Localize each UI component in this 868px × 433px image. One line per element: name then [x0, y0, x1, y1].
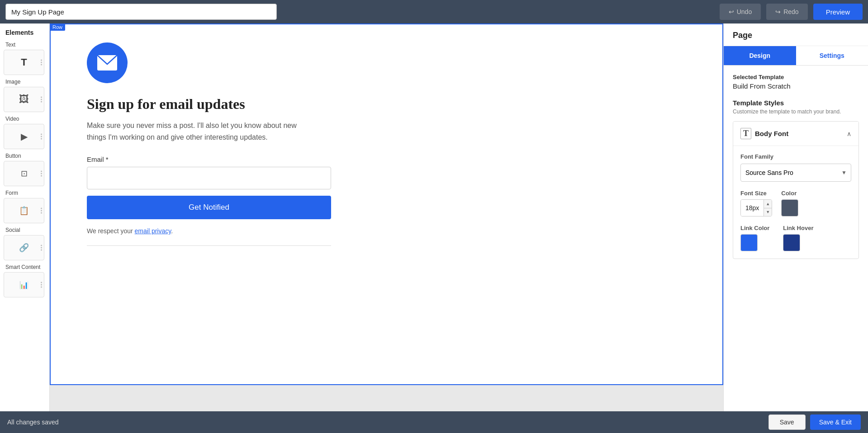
link-hover-label: Link Hover [783, 225, 813, 231]
get-notified-label: Get Notified [189, 203, 229, 212]
bottom-bar: All changes saved Save Save & Exit [0, 411, 868, 433]
image-icon: 🖼 [19, 94, 29, 105]
image-element-label: Image [4, 79, 20, 85]
text-icon-box: T [4, 50, 44, 75]
email-input[interactable] [87, 167, 331, 189]
redo-icon: ↪ [775, 8, 781, 15]
video-icon-box: ▶ [4, 124, 44, 149]
sidebar-item-smart-content[interactable]: Smart Content 📊 [4, 264, 46, 297]
preview-button[interactable]: Preview [813, 4, 863, 20]
top-bar: ↩ Undo ↪ Redo Preview [0, 0, 868, 24]
form-icon: 📋 [19, 206, 29, 216]
chevron-up-icon: ∧ [847, 130, 851, 137]
text-icon: T [21, 56, 27, 68]
link-color-label: Link Color [740, 225, 769, 231]
template-styles-section: Template Styles Customize the template t… [733, 99, 859, 259]
elements-title: Elements [4, 29, 46, 36]
link-color-col: Link Color [740, 225, 769, 251]
color-col: Color [781, 190, 798, 216]
right-panel: Page Design Settings Selected Template B… [723, 24, 868, 411]
email-icon [97, 55, 117, 71]
font-size-value: 18px [741, 200, 764, 216]
page-title-input[interactable] [5, 4, 277, 20]
form-icon-box: 📋 [4, 198, 44, 223]
redo-label: Redo [783, 8, 798, 15]
font-size-label: Font Size [740, 190, 772, 197]
canvas-scroll: Row Sign up for email updates [50, 24, 723, 411]
text-element-label: Text [4, 42, 15, 48]
page-heading: Sign up for email updates [87, 96, 245, 113]
font-family-select-wrapper: Source Sans Pro ▼ [740, 164, 851, 182]
social-element-label: Social [4, 227, 20, 233]
email-privacy-link[interactable]: email privacy [135, 227, 171, 235]
elements-sidebar: Elements Text T Image 🖼 Video ▶ [0, 24, 50, 411]
sidebar-item-image[interactable]: Image 🖼 [4, 79, 46, 112]
body-font-label: Body Font [755, 130, 788, 137]
page-description: Make sure you never miss a post. I'll al… [87, 120, 313, 143]
link-hover-swatch[interactable] [783, 234, 800, 251]
smart-content-icon-box: 📊 [4, 272, 44, 297]
button-element-label: Button [4, 153, 21, 159]
right-panel-header: Page [724, 24, 868, 46]
color-swatch[interactable] [781, 199, 798, 216]
font-size-arrows: ▲ ▼ [764, 200, 772, 216]
sidebar-item-text[interactable]: Text T [4, 42, 46, 75]
font-size-input[interactable]: 18px ▲ ▼ [740, 199, 772, 216]
undo-icon: ↩ [729, 8, 734, 15]
canvas-area: Row Sign up for email updates [50, 24, 723, 411]
form-element-label: Form [4, 190, 18, 196]
button-icon: ⊡ [21, 169, 28, 179]
template-styles-desc: Customize the template to match your bra… [733, 108, 859, 115]
sidebar-item-social[interactable]: Social 🔗 [4, 227, 46, 260]
tab-design[interactable]: Design [724, 46, 796, 65]
row-label: Row [50, 24, 65, 31]
body-font-accordion: T Body Font ∧ Font Family Source Sans Pr… [733, 121, 859, 259]
link-hover-col: Link Hover [783, 225, 813, 251]
panel-tabs: Design Settings [724, 46, 868, 66]
tab-settings[interactable]: Settings [796, 46, 868, 65]
undo-label: Undo [737, 8, 752, 15]
privacy-suffix: . [171, 227, 173, 235]
video-icon: ▶ [21, 131, 28, 142]
font-size-col: Font Size 18px ▲ ▼ [740, 190, 772, 216]
image-icon-box: 🖼 [4, 87, 44, 112]
email-icon-circle [87, 42, 128, 83]
selected-template-label: Selected Template [733, 74, 859, 80]
save-exit-label: Save & Exit [819, 419, 852, 426]
font-size-up-arrow[interactable]: ▲ [764, 200, 772, 208]
email-field-label: Email * [87, 155, 109, 163]
content-divider [87, 245, 331, 246]
save-button[interactable]: Save [768, 414, 806, 430]
undo-button[interactable]: ↩ Undo [720, 4, 761, 20]
status-text: All changes saved [7, 419, 59, 426]
social-icon-box: 🔗 [4, 235, 44, 260]
privacy-prefix: We respect your [87, 227, 135, 235]
tab-design-label: Design [749, 52, 770, 59]
link-color-swatch[interactable] [740, 234, 758, 251]
smart-content-element-label: Smart Content [4, 264, 40, 270]
button-icon-box: ⊡ [4, 161, 44, 186]
video-element-label: Video [4, 116, 19, 122]
link-color-row: Link Color Link Hover [740, 225, 851, 251]
sidebar-item-form[interactable]: Form 📋 [4, 190, 46, 223]
save-exit-button[interactable]: Save & Exit [810, 414, 861, 430]
panel-body: Selected Template Build From Scratch Tem… [724, 66, 868, 274]
privacy-text: We respect your email privacy. [87, 227, 173, 235]
body-font-body: Font Family Source Sans Pro ▼ Font Size [733, 146, 859, 259]
font-family-label: Font Family [740, 153, 851, 160]
get-notified-button[interactable]: Get Notified [87, 196, 331, 219]
font-size-down-arrow[interactable]: ▼ [764, 208, 772, 216]
privacy-link-text: email privacy [135, 227, 171, 235]
tab-settings-label: Settings [820, 52, 844, 59]
redo-button[interactable]: ↪ Redo [766, 4, 807, 20]
body-font-t-icon: T [740, 128, 751, 139]
font-size-color-row: Font Size 18px ▲ ▼ Color [740, 190, 851, 216]
body-font-header[interactable]: T Body Font ∧ [733, 122, 859, 146]
sidebar-item-video[interactable]: Video ▶ [4, 116, 46, 149]
sidebar-item-button[interactable]: Button ⊡ [4, 153, 46, 186]
font-family-select[interactable]: Source Sans Pro [740, 164, 851, 182]
smart-content-icon: 📊 [19, 281, 28, 289]
bottom-bar-buttons: Save Save & Exit [768, 414, 861, 430]
template-styles-title: Template Styles [733, 99, 859, 107]
preview-label: Preview [826, 8, 850, 16]
